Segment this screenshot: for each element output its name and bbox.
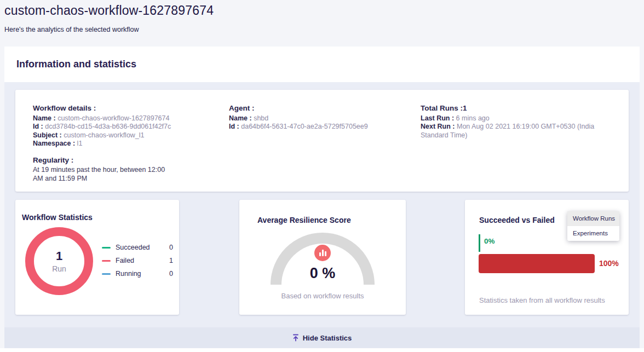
workflow-name-line: Name : custom-chaos-workflow-1627897674 bbox=[33, 114, 174, 123]
bar-chart-icon bbox=[314, 245, 331, 261]
runs-donut-chart: 1 Run bbox=[25, 227, 93, 295]
workflow-details-column: Workflow details : Name : custom-chaos-w… bbox=[33, 104, 174, 183]
agent-column: Agent : Name : shbd Id : da64b6f4-5631-4… bbox=[229, 104, 410, 131]
hide-statistics-label: Hide Statistics bbox=[303, 334, 352, 342]
succeeded-vs-failed-title: Succeeded vs Failed bbox=[479, 216, 555, 224]
workflow-id-line: Id : dcd3784b-cd15-4d3a-b636-9dd061f42f7… bbox=[33, 123, 174, 131]
failed-percent-label: 100% bbox=[599, 259, 619, 268]
chart-type-dropdown: Workflow Runs Experiments bbox=[567, 211, 619, 241]
agent-id-line: Id : da64b6f4-5631-47c0-ae2a-5729f5705ee… bbox=[229, 123, 410, 131]
resilience-score-value: 0 % bbox=[239, 265, 406, 282]
page-title: custom-chaos-workflow-1627897674 bbox=[4, 0, 640, 18]
workflow-info-card: Workflow details : Name : custom-chaos-w… bbox=[15, 90, 629, 192]
workflow-statistics-card: Workflow Statistics 1 Run Succeeded 0 Fa… bbox=[15, 200, 179, 315]
legend-row-running: Running 0 bbox=[102, 270, 173, 278]
bottom-spacer bbox=[0, 348, 644, 352]
donut-center-label: Run bbox=[52, 264, 66, 273]
succeeded-vs-failed-card: Succeeded vs Failed Workflow Runs Experi… bbox=[465, 200, 629, 315]
statistics-section: Workflow details : Name : custom-chaos-w… bbox=[4, 82, 640, 327]
regularity-text: At 19 minutes past the hour, between 12:… bbox=[33, 166, 174, 183]
workflow-subject-line: Subject : custom-chaos-workflow_l1 bbox=[33, 131, 174, 140]
failed-dash-icon bbox=[102, 260, 111, 262]
next-run-line: Next Run : Mon Aug 02 2021 16:19:00 GMT+… bbox=[421, 123, 623, 140]
workflow-details-heading: Workflow details : bbox=[33, 104, 174, 113]
donut-center-value: 1 bbox=[56, 249, 62, 263]
resilience-title: Average Resilience Score bbox=[257, 216, 351, 224]
agent-name-line: Name : shbd bbox=[229, 114, 410, 123]
menu-item-experiments[interactable]: Experiments bbox=[567, 226, 619, 241]
succeeded-vs-failed-caption: Statistics taken from all workflow resul… bbox=[479, 296, 605, 304]
succeeded-dash-icon bbox=[102, 247, 111, 249]
runs-column: Total Runs :1 Last Run : 6 mins ago Next… bbox=[421, 104, 623, 140]
menu-item-workflow-runs[interactable]: Workflow Runs bbox=[567, 211, 619, 226]
page-header: custom-chaos-workflow-1627897674 Here's … bbox=[4, 0, 640, 47]
last-run-line: Last Run : 6 mins ago bbox=[421, 114, 623, 123]
donut-legend: Succeeded 0 Failed 1 Running 0 bbox=[102, 244, 173, 283]
running-dash-icon bbox=[102, 273, 111, 275]
resilience-score-card: Average Resilience Score 0 % Based on wo… bbox=[239, 200, 406, 315]
total-runs-heading: Total Runs :1 bbox=[421, 104, 623, 113]
workflow-namespace-line: Namespace : l1 bbox=[33, 140, 174, 148]
section-band: Information and statistics bbox=[4, 47, 640, 82]
succeeded-percent-label: 0% bbox=[484, 237, 495, 245]
regularity-heading: Regularity : bbox=[33, 156, 174, 165]
hide-statistics-button[interactable]: Hide Statistics bbox=[4, 327, 640, 348]
resilience-caption: Based on workflow results bbox=[239, 292, 406, 300]
workflow-statistics-title: Workflow Statistics bbox=[22, 213, 93, 222]
section-title: Information and statistics bbox=[4, 47, 640, 70]
failed-bar bbox=[479, 254, 595, 273]
agent-heading: Agent : bbox=[229, 104, 410, 113]
collapse-up-icon bbox=[292, 334, 299, 342]
legend-row-failed: Failed 1 bbox=[102, 257, 173, 264]
legend-row-succeeded: Succeeded 0 bbox=[102, 244, 173, 251]
succeeded-bar bbox=[479, 234, 480, 252]
page-subtitle: Here's the analytics of the selected wor… bbox=[4, 26, 640, 33]
